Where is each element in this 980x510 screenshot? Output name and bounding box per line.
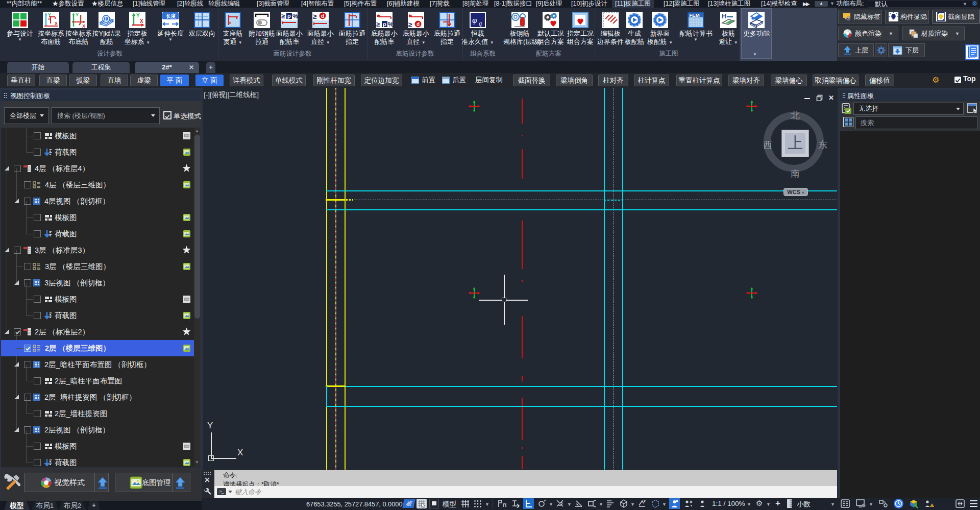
svg-text:X: X — [82, 23, 85, 28]
svg-text:%: % — [292, 13, 298, 20]
svg-text:!: ! — [932, 504, 933, 507]
svg-text:≥: ≥ — [281, 12, 285, 20]
svg-text:X: X — [55, 21, 58, 26]
svg-text:ρ: ρ — [383, 21, 386, 27]
svg-text:≥: ≥ — [313, 12, 317, 20]
svg-text:H: H — [722, 12, 726, 20]
svg-text:≥: ≥ — [376, 20, 380, 28]
svg-text:d: d — [321, 13, 324, 19]
svg-text:d: d — [416, 21, 420, 27]
svg-text:ρ: ρ — [287, 13, 291, 19]
svg-text:Y: Y — [76, 12, 79, 17]
svg-text:长度: 长度 — [165, 13, 176, 19]
svg-text:q: q — [479, 20, 482, 27]
svg-text:X: X — [140, 18, 143, 24]
svg-text:FEM: FEM — [690, 12, 700, 18]
svg-text:Y: Y — [136, 13, 140, 18]
svg-text:%: % — [388, 21, 393, 28]
svg-text:φ: φ — [472, 15, 477, 25]
svg-text:≥: ≥ — [408, 20, 412, 28]
